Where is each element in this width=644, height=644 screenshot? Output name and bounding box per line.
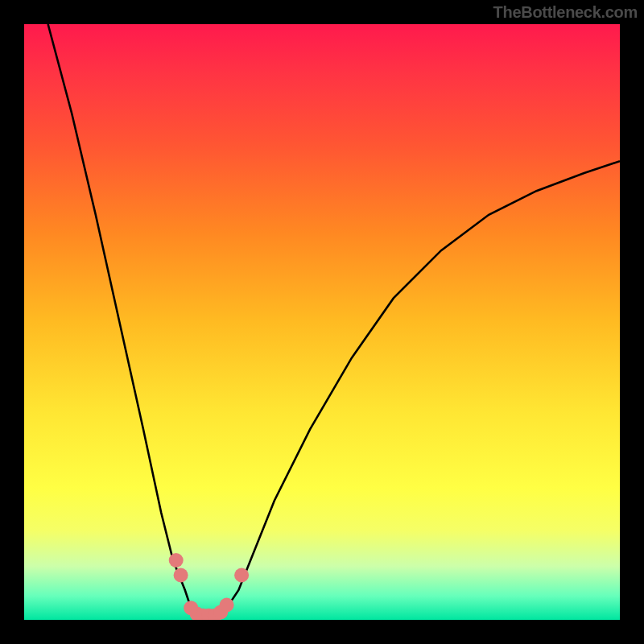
curve-markers	[169, 553, 249, 620]
curve-marker	[169, 553, 184, 568]
plot-area	[24, 24, 620, 620]
attribution-text: TheBottleneck.com	[493, 3, 638, 22]
curve-marker	[220, 598, 234, 613]
curve-marker	[174, 568, 188, 583]
bottleneck-curve	[48, 24, 620, 617]
chart-frame: TheBottleneck.com	[0, 0, 644, 644]
curve-marker	[234, 568, 249, 583]
chart-svg	[24, 24, 620, 620]
